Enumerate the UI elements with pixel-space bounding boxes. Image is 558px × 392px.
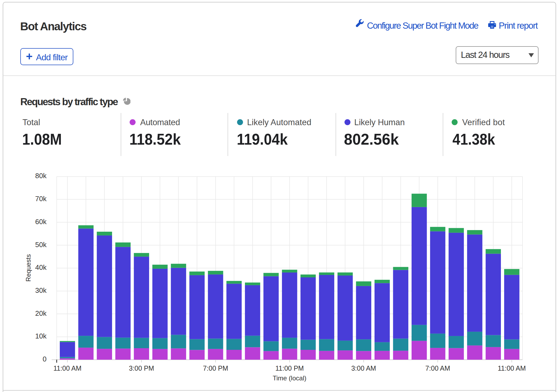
svg-text:20k: 20k [35, 309, 47, 317]
svg-text:7:00 PM: 7:00 PM [203, 364, 228, 372]
svg-text:11:00 AM: 11:00 AM [53, 364, 81, 372]
svg-text:30k: 30k [35, 286, 47, 294]
svg-text:7:00 AM: 7:00 AM [425, 364, 450, 372]
svg-text:0: 0 [43, 355, 47, 363]
svg-text:Requests: Requests [25, 254, 32, 281]
svg-text:3:00 PM: 3:00 PM [129, 364, 154, 372]
svg-text:11:00 PM: 11:00 PM [275, 364, 304, 372]
svg-text:70k: 70k [35, 195, 47, 203]
svg-text:10k: 10k [35, 332, 47, 340]
svg-text:80k: 80k [35, 172, 47, 180]
svg-text:3:00 AM: 3:00 AM [351, 364, 376, 372]
svg-text:50k: 50k [35, 241, 47, 249]
svg-text:60k: 60k [35, 218, 47, 226]
svg-text:40k: 40k [35, 263, 47, 271]
svg-text:11:00 AM: 11:00 AM [498, 364, 526, 372]
svg-text:Time (local): Time (local) [273, 374, 306, 382]
